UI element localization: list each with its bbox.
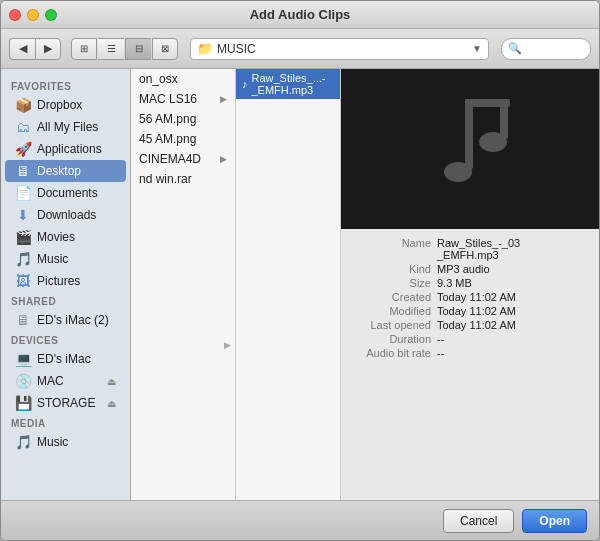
info-row-audio-bit-rate: Audio bit rate -- bbox=[351, 347, 589, 359]
close-button[interactable] bbox=[9, 9, 21, 21]
sidebar-item-pictures[interactable]: 🖼 Pictures bbox=[5, 270, 126, 292]
sidebar-item-dropbox[interactable]: 📦 Dropbox bbox=[5, 94, 126, 116]
audio-file-icon: ♪ bbox=[242, 78, 248, 90]
sidebar-item-downloads[interactable]: ⬇ Downloads bbox=[5, 204, 126, 226]
info-row-last-opened: Last opened Today 11:02 AM bbox=[351, 319, 589, 331]
storage-eject-icon: ⏏ bbox=[107, 398, 116, 409]
sidebar-item-music-media[interactable]: 🎵 Music bbox=[5, 431, 126, 453]
modified-label: Modified bbox=[351, 305, 431, 317]
scroll-arrow-icon: ▶ bbox=[224, 340, 231, 350]
sidebar-item-storage-label: STORAGE bbox=[37, 396, 95, 410]
sidebar-item-mac[interactable]: 💿 MAC ⏏ bbox=[5, 370, 126, 392]
audio-bit-rate-value: -- bbox=[437, 347, 444, 359]
music-media-icon: 🎵 bbox=[15, 434, 31, 450]
list-item[interactable]: nd win.rar bbox=[131, 169, 235, 189]
sidebar-item-applications-label: Applications bbox=[37, 142, 102, 156]
music-note-svg bbox=[420, 79, 520, 219]
duration-value: -- bbox=[437, 333, 444, 345]
sidebar-section-devices: DEVICES bbox=[1, 331, 130, 348]
sidebar-section-media: MEDIA bbox=[1, 414, 130, 431]
sidebar-item-eds-imac-2-label: ED's iMac (2) bbox=[37, 313, 109, 327]
sidebar-item-eds-imac[interactable]: 💻 ED's iMac bbox=[5, 348, 126, 370]
all-my-files-icon: 🗂 bbox=[15, 119, 31, 135]
preview-pane: Name Raw_Stiles_-_03 _EMFH.mp3 Kind MP3 … bbox=[341, 69, 599, 500]
list-item[interactable]: MAC LS16 ▶ bbox=[131, 89, 235, 109]
search-box[interactable]: 🔍 bbox=[501, 38, 591, 60]
eds-imac-2-icon: 🖥 bbox=[15, 312, 31, 328]
list-item[interactable]: on_osx bbox=[131, 69, 235, 89]
window: Add Audio Clips ◀ ▶ ⊞ ☰ ⊟ ⊠ 📁 MUSIC ▼ 🔍 … bbox=[0, 0, 600, 541]
music-icon: 🎵 bbox=[15, 251, 31, 267]
sidebar-item-eds-imac-label: ED's iMac bbox=[37, 352, 91, 366]
minimize-button[interactable] bbox=[27, 9, 39, 21]
info-row-kind: Kind MP3 audio bbox=[351, 263, 589, 275]
created-label: Created bbox=[351, 291, 431, 303]
view-column-button[interactable]: ⊟ bbox=[125, 38, 151, 60]
name-value: Raw_Stiles_-_03 _EMFH.mp3 bbox=[437, 237, 520, 261]
audio-file-name: Raw_Stiles_...-_EMFH.mp3 bbox=[252, 72, 335, 96]
sidebar-item-pictures-label: Pictures bbox=[37, 274, 80, 288]
sidebar-item-documents[interactable]: 📄 Documents bbox=[5, 182, 126, 204]
view-buttons: ⊞ ☰ ⊟ ⊠ bbox=[71, 38, 178, 60]
svg-point-3 bbox=[444, 162, 472, 182]
downloads-icon: ⬇ bbox=[15, 207, 31, 223]
list-item[interactable]: CINEMA4D ▶ bbox=[131, 149, 235, 169]
sidebar-section-favorites: FAVORITES bbox=[1, 77, 130, 94]
sidebar: FAVORITES 📦 Dropbox 🗂 All My Files 🚀 App… bbox=[1, 69, 131, 500]
sidebar-item-documents-label: Documents bbox=[37, 186, 98, 200]
movies-icon: 🎬 bbox=[15, 229, 31, 245]
info-row-name: Name Raw_Stiles_-_03 _EMFH.mp3 bbox=[351, 237, 589, 261]
kind-label: Kind bbox=[351, 263, 431, 275]
search-icon: 🔍 bbox=[508, 42, 522, 55]
sidebar-item-applications[interactable]: 🚀 Applications bbox=[5, 138, 126, 160]
svg-rect-0 bbox=[465, 99, 473, 169]
sidebar-item-dropbox-label: Dropbox bbox=[37, 98, 82, 112]
storage-icon: 💾 bbox=[15, 395, 31, 411]
sidebar-item-movies[interactable]: 🎬 Movies bbox=[5, 226, 126, 248]
size-label: Size bbox=[351, 277, 431, 289]
duration-label: Duration bbox=[351, 333, 431, 345]
mac-icon: 💿 bbox=[15, 373, 31, 389]
back-button[interactable]: ◀ bbox=[9, 38, 35, 60]
documents-icon: 📄 bbox=[15, 185, 31, 201]
info-row-size: Size 9.3 MB bbox=[351, 277, 589, 289]
maximize-button[interactable] bbox=[45, 9, 57, 21]
sidebar-item-desktop[interactable]: 🖥 Desktop bbox=[5, 160, 126, 182]
name-label: Name bbox=[351, 237, 431, 261]
traffic-lights bbox=[9, 9, 57, 21]
svg-rect-2 bbox=[500, 99, 508, 139]
title-bar: Add Audio Clips bbox=[1, 1, 599, 29]
forward-button[interactable]: ▶ bbox=[35, 38, 61, 60]
eds-imac-icon: 💻 bbox=[15, 351, 31, 367]
view-icon-button[interactable]: ⊞ bbox=[71, 38, 97, 60]
sidebar-item-downloads-label: Downloads bbox=[37, 208, 96, 222]
chevron-right-icon: ▶ bbox=[220, 94, 227, 104]
sidebar-item-music-media-label: Music bbox=[37, 435, 68, 449]
sidebar-item-music-label: Music bbox=[37, 252, 68, 266]
location-bar[interactable]: 📁 MUSIC ▼ bbox=[190, 38, 489, 60]
sidebar-item-mac-label: MAC bbox=[37, 374, 64, 388]
preview-image bbox=[341, 69, 599, 229]
list-item[interactable]: ♪ Raw_Stiles_...-_EMFH.mp3 bbox=[236, 69, 340, 99]
main-content: FAVORITES 📦 Dropbox 🗂 All My Files 🚀 App… bbox=[1, 69, 599, 500]
file-area: on_osx MAC LS16 ▶ 56 AM.png 45 AM.png CI… bbox=[131, 69, 599, 500]
location-label: MUSIC bbox=[217, 42, 468, 56]
sidebar-item-storage[interactable]: 💾 STORAGE ⏏ bbox=[5, 392, 126, 414]
view-list-button[interactable]: ☰ bbox=[98, 38, 124, 60]
applications-icon: 🚀 bbox=[15, 141, 31, 157]
last-opened-value: Today 11:02 AM bbox=[437, 319, 516, 331]
window-title: Add Audio Clips bbox=[250, 7, 351, 22]
list-item[interactable]: 56 AM.png bbox=[131, 109, 235, 129]
sidebar-item-eds-imac-2[interactable]: 🖥 ED's iMac (2) bbox=[5, 309, 126, 331]
sidebar-item-all-my-files[interactable]: 🗂 All My Files bbox=[5, 116, 126, 138]
sidebar-section-shared: SHARED bbox=[1, 292, 130, 309]
last-opened-label: Last opened bbox=[351, 319, 431, 331]
chevron-right-icon: ▶ bbox=[220, 154, 227, 164]
view-flow-button[interactable]: ⊠ bbox=[152, 38, 178, 60]
location-arrow-icon: ▼ bbox=[472, 43, 482, 54]
sidebar-item-music[interactable]: 🎵 Music bbox=[5, 248, 126, 270]
cancel-button[interactable]: Cancel bbox=[443, 509, 514, 533]
pictures-icon: 🖼 bbox=[15, 273, 31, 289]
list-item[interactable]: 45 AM.png bbox=[131, 129, 235, 149]
open-button[interactable]: Open bbox=[522, 509, 587, 533]
